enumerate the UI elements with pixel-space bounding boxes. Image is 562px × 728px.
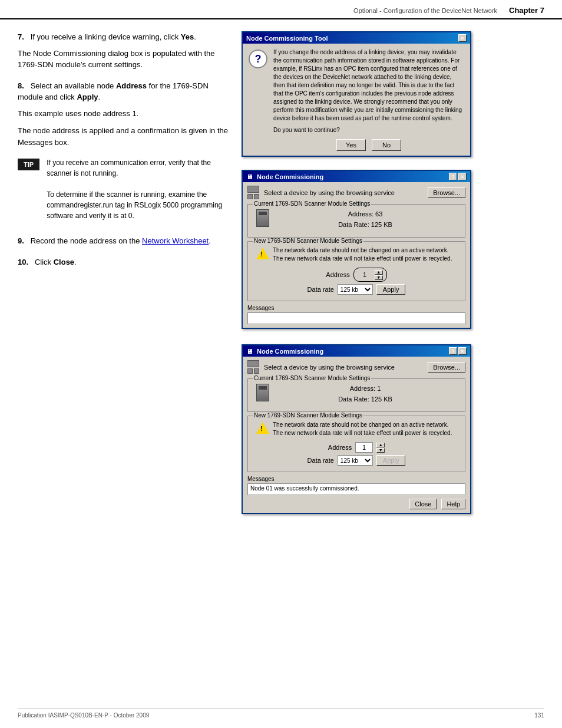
right-column: Node Commissioning Tool × ? If you chang… bbox=[242, 31, 544, 519]
nc-dialog-2-question-btn[interactable]: ? bbox=[449, 347, 457, 355]
nc-new-section-2: New 1769-SDN Scanner Module Settings The… bbox=[247, 416, 465, 472]
step-9: 9. Record the node address on the Networ… bbox=[18, 235, 230, 247]
nc-apply-btn-2[interactable]: Apply bbox=[376, 455, 406, 466]
nc-address-oval-1: ▲ ▼ bbox=[353, 268, 387, 282]
warn-dialog-title: Node Commissioning Tool bbox=[246, 35, 328, 42]
nc-browse-text-2: Select a device by using the browsing se… bbox=[264, 364, 423, 371]
step-8-subtext2: The node address is applied and a confir… bbox=[18, 125, 230, 148]
warn-question-icon: ? bbox=[249, 50, 267, 68]
warn-yes-btn[interactable]: Yes bbox=[336, 139, 366, 151]
nc-browse-text-1: Select a device by using the browsing se… bbox=[264, 189, 423, 196]
nc-messages-box-1 bbox=[247, 312, 465, 324]
step-7-subtext: The Node Commissioning dialog box is pop… bbox=[18, 48, 230, 71]
warn-dialog-close-btn[interactable]: × bbox=[458, 34, 467, 42]
step-10: 10. Click Close. bbox=[18, 256, 230, 268]
warn-dialog-titlebar: Node Commissioning Tool × bbox=[243, 32, 470, 44]
nc-dialog-1-close-btn[interactable]: × bbox=[458, 173, 467, 180]
nc-dialog-2-body: Select a device by using the browsing se… bbox=[243, 357, 470, 513]
nc-warn-content-2: The network data rate should not be chan… bbox=[252, 419, 461, 440]
nc-warn-triangle-1 bbox=[256, 248, 269, 259]
nc-datarate-label-1: Data rate bbox=[308, 286, 334, 293]
nc-current-label-1: Current 1769-SDN Scanner Module Settings bbox=[253, 200, 371, 207]
nc-spinner-up-2[interactable]: ▲ bbox=[376, 443, 385, 447]
header-title: Optional - Configuration of the DeviceNe… bbox=[18, 7, 509, 14]
nc-browse-btn-2[interactable]: Browse... bbox=[428, 362, 465, 373]
nc-spinner-up-1[interactable]: ▲ bbox=[375, 270, 383, 275]
nc-datarate-row-2: Data rate 125 kb 250 kb 500 kb Apply bbox=[252, 455, 461, 466]
footer-right: 131 bbox=[534, 712, 544, 719]
nc-dialog-2-title: 🖥 Node Commissioning bbox=[246, 348, 323, 355]
nc-dialog-1-title: 🖥 Node Commissioning bbox=[246, 173, 323, 180]
nc-address-spinner-1[interactable]: ▲ ▼ bbox=[375, 270, 383, 280]
nc-dialog-2-header-btns[interactable]: ? × bbox=[449, 347, 467, 355]
nc-dialog-2: 🖥 Node Commissioning ? × bbox=[242, 344, 471, 514]
warn-prompt: Do you want to continue? bbox=[273, 126, 464, 134]
nc-dialog-1: 🖥 Node Commissioning ? × bbox=[242, 170, 471, 329]
nc-current-settings-1: Address: 63 Data Rate: 125 KB bbox=[274, 209, 457, 230]
nc-current-section-2: Current 1769-SDN Scanner Module Settings… bbox=[247, 378, 465, 412]
nc-spinner-down-2[interactable]: ▼ bbox=[376, 448, 385, 453]
nc-new-section-1: New 1769-SDN Scanner Module Settings The… bbox=[247, 241, 465, 301]
page-footer: Publication IASIMP-QS010B-EN-P - October… bbox=[18, 708, 544, 719]
nc-dialog-2-bottom-buttons: Close Help bbox=[247, 499, 465, 509]
warn-dialog-buttons[interactable]: × bbox=[458, 34, 467, 42]
step-9-text: 9. Record the node address on the Networ… bbox=[18, 235, 230, 247]
left-column: 7. If you receive a linking device warni… bbox=[18, 31, 230, 519]
nc-address-spinner-2[interactable]: ▲ ▼ bbox=[376, 443, 385, 453]
nc-dialog-2-titlebar: 🖥 Node Commissioning ? × bbox=[243, 345, 470, 357]
nc-apply-btn-1[interactable]: Apply bbox=[376, 284, 406, 295]
nc-device-icon-1 bbox=[247, 186, 259, 199]
nc-device-icon-2 bbox=[247, 360, 259, 374]
nc-address-input-2[interactable] bbox=[355, 442, 373, 453]
nc-warn-triangle-2 bbox=[256, 422, 269, 434]
nc-browse-row-2: Select a device by using the browsing se… bbox=[247, 360, 465, 374]
nc-spinner-down-1[interactable]: ▼ bbox=[375, 275, 383, 280]
nc-close-btn[interactable]: Close bbox=[409, 499, 437, 509]
nc-datarate-select-2[interactable]: 125 kb 250 kb 500 kb bbox=[338, 455, 373, 466]
nc-datarate-select-1[interactable]: 125 kb 250 kb 500 kb bbox=[338, 284, 373, 295]
nc-current-section-1: Current 1769-SDN Scanner Module Settings… bbox=[247, 204, 465, 238]
warn-dialog-body: ? If you change the node address of a li… bbox=[243, 44, 470, 156]
tip-label: TIP bbox=[18, 159, 39, 170]
step-8-subtext1: This example uses node address 1. bbox=[18, 108, 230, 120]
nc-warn-content-1: The network data rate should not be chan… bbox=[252, 244, 461, 265]
nc-warn-text-1: The network data rate should not be chan… bbox=[273, 246, 457, 263]
nc-help-btn[interactable]: Help bbox=[441, 499, 465, 509]
step-8: 8. Select an available node Address for … bbox=[18, 80, 230, 149]
nc-address-row-1: Address ▲ ▼ bbox=[252, 268, 461, 282]
nc-new-label-2: New 1769-SDN Scanner Module Settings bbox=[253, 412, 363, 419]
nc-browse-btn-1[interactable]: Browse... bbox=[428, 187, 465, 198]
nc-address-label-2: Address bbox=[328, 444, 352, 451]
step-10-text: 10. Click Close. bbox=[18, 256, 230, 268]
nc-current-content-1: Address: 63 Data Rate: 125 KB bbox=[252, 207, 461, 233]
nc-dialog-2-close-btn[interactable]: × bbox=[458, 347, 467, 355]
nc-messages-label-2: Messages bbox=[247, 476, 465, 482]
header-chapter: Chapter 7 bbox=[509, 6, 544, 15]
tip-content: If you receive an communication error, v… bbox=[47, 157, 230, 221]
nc-dialog-1-header-btns[interactable]: ? × bbox=[449, 173, 467, 180]
network-worksheet-link[interactable]: Network Worksheet bbox=[142, 236, 209, 245]
nc-address-row-2: Address ▲ ▼ bbox=[252, 442, 461, 453]
nc-current-settings-2: Address: 1 Data Rate: 125 KB bbox=[274, 384, 457, 404]
nc-current-label-2: Current 1769-SDN Scanner Module Settings bbox=[253, 375, 371, 381]
footer-left: Publication IASIMP-QS010B-EN-P - October… bbox=[18, 712, 149, 719]
warn-dialog: Node Commissioning Tool × ? If you chang… bbox=[242, 31, 471, 157]
nc-datarate-label-2: Data rate bbox=[308, 457, 334, 464]
warn-no-btn[interactable]: No bbox=[372, 139, 401, 151]
nc-new-label-1: New 1769-SDN Scanner Module Settings bbox=[253, 238, 363, 244]
nc-address-label-1: Address bbox=[326, 271, 349, 278]
warn-dialog-content: If you change the node address of a link… bbox=[273, 48, 464, 151]
nc-address-input-1[interactable] bbox=[358, 269, 372, 280]
page-content: 7. If you receive a linking device warni… bbox=[0, 19, 562, 531]
nc-messages-1: Messages bbox=[247, 305, 465, 324]
nc-messages-label-1: Messages bbox=[247, 305, 465, 311]
tip-box: TIP If you receive an communication erro… bbox=[18, 157, 230, 221]
warn-body-text: If you change the node address of a link… bbox=[273, 48, 464, 123]
nc-dialog-1-question-btn[interactable]: ? bbox=[449, 173, 457, 180]
nc-messages-2: Messages Node 01 was successfully commis… bbox=[247, 476, 465, 495]
nc-dialog-1-body: Select a device by using the browsing se… bbox=[243, 182, 470, 328]
nc-module-icon-2 bbox=[256, 384, 269, 401]
step-7: 7. If you receive a linking device warni… bbox=[18, 31, 230, 71]
page-header: Optional - Configuration of the DeviceNe… bbox=[0, 0, 562, 19]
nc-warn-text-2: The network data rate should not be chan… bbox=[273, 421, 457, 437]
